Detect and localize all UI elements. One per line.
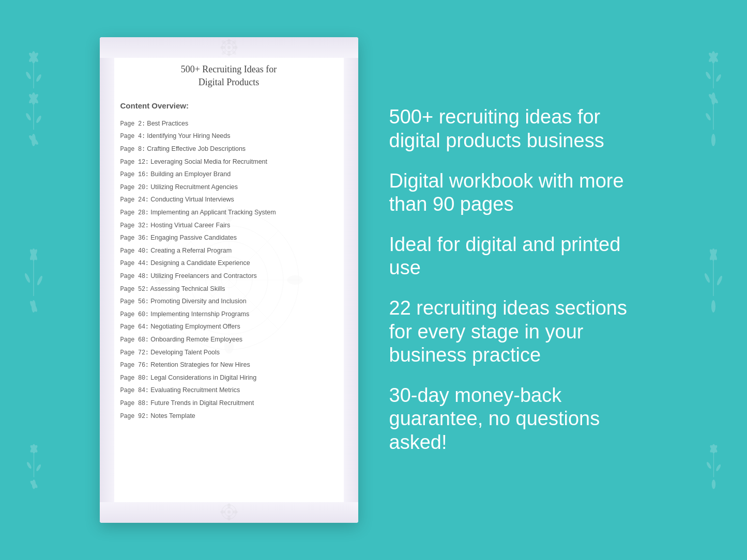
svg-point-71 (227, 46, 231, 49)
toc-item: Page 56: Promoting Diversity and Inclusi… (120, 295, 338, 308)
document-content: 500+ Recruiting Ideas for Digital Produc… (115, 63, 343, 423)
svg-point-75 (233, 46, 238, 49)
toc-item: Page 80: Legal Considerations in Digital… (120, 371, 338, 384)
toc-item: Page 76: Retention Strategies for New Hi… (120, 359, 338, 372)
toc-item: Page 72: Developing Talent Pools (120, 346, 338, 359)
main-content: 500+ Recruiting Ideas for Digital Produc… (0, 0, 747, 560)
content-overview-label: Content Overview: (120, 101, 338, 110)
svg-point-83 (227, 503, 231, 508)
toc-item: Page 8: Crafting Effective Job Descripti… (120, 143, 338, 156)
toc-item: Page 40: Creating a Referral Program (120, 244, 338, 257)
svg-point-72 (227, 39, 231, 44)
svg-point-73 (227, 51, 231, 56)
toc-item: Page 68: Onboarding Remote Employees (120, 333, 338, 346)
toc-item: Page 84: Evaluating Recruitment Metrics (120, 384, 338, 397)
document-preview: 500+ Recruiting Ideas for Digital Produc… (100, 37, 358, 523)
feature-text-5: 30-day money-back guarantee, no question… (389, 384, 648, 455)
toc-item: Page 88: Future Trends in Digital Recrui… (120, 397, 338, 410)
toc-item: Page 16: Building an Employer Brand (120, 168, 338, 181)
toc-item: Page 32: Hosting Virtual Career Fairs (120, 219, 338, 232)
toc-item: Page 64: Negotiating Employment Offers (120, 321, 338, 334)
feature-text-3: Ideal for digital and printed use (389, 233, 648, 280)
features-panel: 500+ recruiting ideas for digital produc… (389, 105, 648, 454)
feature-text-4: 22 recruiting ideas sections for every s… (389, 297, 648, 367)
svg-point-77 (231, 39, 237, 45)
svg-point-79 (231, 50, 237, 55)
feature-text-2: Digital workbook with more than 90 pages (389, 169, 648, 216)
feature-block-5: 30-day money-back guarantee, no question… (389, 384, 648, 455)
toc-item: Page 92: Notes Template (120, 410, 338, 423)
toc-item: Page 48: Utilizing Freelancers and Contr… (120, 270, 338, 283)
svg-point-76 (221, 39, 226, 45)
svg-point-86 (233, 510, 238, 514)
doc-border-top (100, 37, 358, 58)
feature-block-3: Ideal for digital and printed use (389, 233, 648, 280)
svg-point-82 (227, 510, 231, 514)
feature-block-2: Digital workbook with more than 90 pages (389, 169, 648, 216)
toc-item: Page 44: Designing a Candidate Experienc… (120, 257, 338, 270)
document-title: 500+ Recruiting Ideas for Digital Produc… (120, 63, 338, 89)
toc-item: Page 28: Implementing an Applicant Track… (120, 207, 338, 220)
svg-point-74 (220, 46, 225, 49)
svg-point-84 (227, 516, 231, 521)
toc-item: Page 20: Utilizing Recruitment Agencies (120, 181, 338, 194)
table-of-contents: Page 2: Best PracticesPage 4: Identifyin… (120, 117, 338, 422)
toc-item: Page 60: Implementing Internship Program… (120, 308, 338, 321)
doc-border-bottom (100, 502, 358, 523)
toc-item: Page 36: Engaging Passive Candidates (120, 232, 338, 245)
feature-block-4: 22 recruiting ideas sections for every s… (389, 297, 648, 367)
doc-border-left (100, 58, 114, 502)
feature-block-1: 500+ recruiting ideas for digital produc… (389, 105, 648, 152)
svg-point-78 (221, 50, 226, 55)
toc-item: Page 2: Best Practices (120, 117, 338, 130)
feature-text-1: 500+ recruiting ideas for digital produc… (389, 105, 648, 152)
svg-point-85 (220, 510, 225, 514)
toc-item: Page 52: Assessing Technical Skills (120, 283, 338, 295)
doc-border-right (344, 58, 358, 502)
toc-item: Page 12: Leveraging Social Media for Rec… (120, 155, 338, 168)
toc-item: Page 4: Identifying Your Hiring Needs (120, 130, 338, 143)
toc-item: Page 24: Conducting Virtual Interviews (120, 194, 338, 207)
